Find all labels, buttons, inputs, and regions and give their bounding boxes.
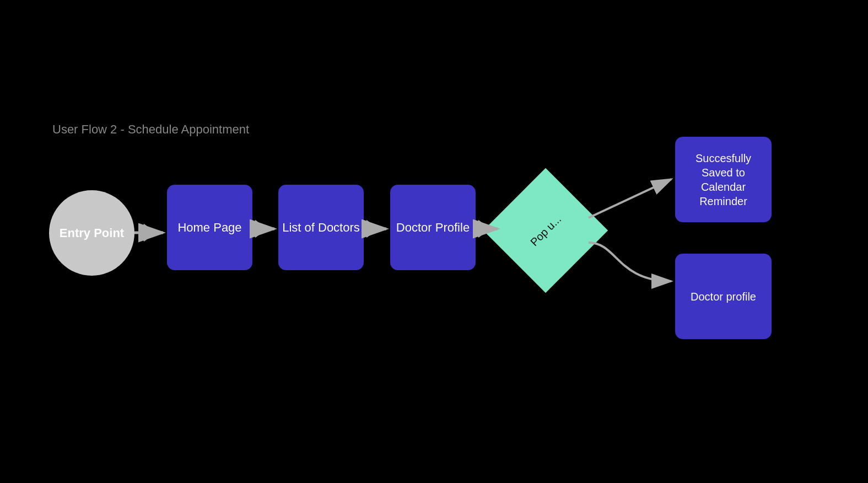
back-to-doctor-node: Doctor profile	[675, 254, 772, 339]
popup-node: Pop u...	[502, 186, 590, 275]
success-node: Succesfully Saved to Calendar Reminder	[675, 137, 772, 222]
list-of-doctors-node: List of Doctors	[278, 185, 364, 270]
flow-title: User Flow 2 - Schedule Appointment	[52, 122, 249, 137]
home-page-node: Home Page	[167, 185, 252, 270]
doctor-profile-node: Doctor Profile	[390, 185, 476, 270]
entry-point-node: Entry Point	[49, 190, 134, 276]
